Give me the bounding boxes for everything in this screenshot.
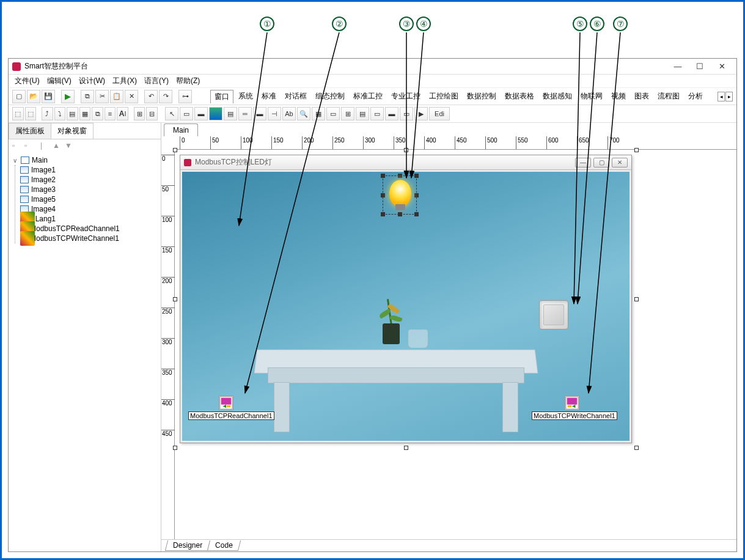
key-button[interactable]: ⊶ — [178, 90, 192, 103]
palette-tab-stdind[interactable]: 标准工控 — [350, 90, 386, 103]
comp-1[interactable]: ▭ — [180, 107, 193, 120]
minimize-button[interactable]: — — [667, 59, 689, 74]
palette-tab-system[interactable]: 系统 — [235, 90, 257, 103]
menu-edit[interactable]: 编辑(V) — [45, 75, 74, 87]
redo-button[interactable]: ↷ — [159, 90, 172, 103]
align-btn-10[interactable]: ⊟ — [146, 107, 158, 120]
comp-6[interactable]: ▬ — [253, 107, 266, 120]
tab-property-panel[interactable]: 属性面板 — [9, 123, 51, 139]
palette-tab-dataaware[interactable]: 数据感知 — [539, 90, 576, 103]
image-switch[interactable] — [539, 300, 568, 330]
comp-12[interactable]: ⊞ — [341, 107, 354, 120]
comp-15[interactable]: ▬ — [385, 107, 398, 120]
comp-11[interactable]: ▭ — [326, 107, 340, 120]
form-minimize[interactable]: — — [575, 158, 591, 168]
paste-button[interactable]: 📋 — [110, 90, 123, 103]
delete-button[interactable]: ✕ — [125, 90, 138, 103]
form-selection[interactable]: ModbusTCP控制LED灯 — ▢ ✕ — [175, 150, 637, 448]
comp-3[interactable] — [209, 107, 222, 120]
palette-tab-datactrl[interactable]: 数据控制 — [463, 90, 500, 103]
comp-13[interactable]: ▤ — [356, 107, 369, 120]
comp-9[interactable]: 🔍 — [297, 107, 310, 120]
tree-item[interactable]: Image4 — [20, 204, 158, 214]
cut-button[interactable]: ✂ — [95, 90, 109, 103]
new-button[interactable]: ▢ — [12, 90, 26, 103]
menu-file[interactable]: 文件(U) — [12, 75, 42, 87]
save-button[interactable]: 💾 — [42, 90, 55, 103]
align-btn-2[interactable]: ⬚ — [25, 107, 37, 120]
image-bulb-selected[interactable] — [383, 175, 417, 215]
comp-16[interactable]: ▭ — [400, 107, 413, 120]
align-btn-4[interactable]: ⤵ — [54, 107, 66, 120]
obj-tb-down[interactable]: ▼ — [65, 141, 75, 151]
comp-4[interactable]: ▤ — [224, 107, 237, 120]
comp-14[interactable]: ▭ — [370, 107, 384, 120]
copy-button[interactable]: ⧉ — [81, 90, 94, 103]
tab-designer[interactable]: Designer — [165, 540, 210, 551]
tree-root[interactable]: ∨ Main — [11, 155, 158, 165]
comp-pointer[interactable]: ↖ — [165, 107, 178, 120]
comp-2[interactable]: ▬ — [194, 107, 208, 120]
palette-tab-iot[interactable]: 物联网 — [577, 90, 606, 103]
palette-scroll-right[interactable]: ▸ — [725, 92, 733, 101]
palette-tab-standard[interactable]: 标准 — [258, 90, 280, 103]
palette-tab-analysis[interactable]: 分析 — [684, 90, 706, 103]
comp-7[interactable]: ⊣ — [268, 107, 281, 120]
tab-code[interactable]: Code — [207, 540, 241, 551]
text-btn[interactable]: AI — [117, 107, 128, 120]
palette-tab-group[interactable]: 组态控制 — [312, 90, 348, 103]
component-modbus-read[interactable] — [219, 396, 233, 410]
align-btn-5[interactable]: ▤ — [67, 107, 78, 120]
align-btn-3[interactable]: ⤴ — [42, 107, 53, 120]
obj-tb-2[interactable]: ▫ — [24, 141, 34, 151]
align-btn-1[interactable]: ⬚ — [12, 107, 24, 120]
form-window[interactable]: ModbusTCP控制LED灯 — ▢ ✕ — [180, 155, 632, 443]
tab-object-inspector[interactable]: 对象视窗 — [51, 123, 94, 139]
comp-10[interactable]: ▦ — [312, 107, 325, 120]
align-btn-8[interactable]: ≡ — [105, 107, 116, 120]
palette-tab-window[interactable]: 窗口 — [210, 90, 233, 103]
form-client-area[interactable]: ModbusTCPReadChannel1 ModbusTCPWriteChan… — [182, 172, 629, 441]
maximize-button[interactable]: ☐ — [689, 59, 711, 74]
comp-17[interactable]: ▶ — [414, 107, 428, 120]
align-btn-6[interactable]: ▦ — [79, 107, 91, 120]
open-button[interactable]: 📂 — [27, 90, 40, 103]
image-table[interactable] — [255, 349, 537, 435]
run-button[interactable]: ▶ — [61, 90, 75, 103]
menu-help[interactable]: 帮助(Z) — [174, 75, 202, 87]
palette-tab-flow[interactable]: 流程图 — [654, 90, 683, 103]
palette-tab-draw[interactable]: 工控绘图 — [425, 90, 462, 103]
menu-design[interactable]: 设计(W) — [76, 75, 108, 87]
obj-tb-up[interactable]: ▲ — [53, 141, 62, 151]
comp-edit[interactable]: Edi — [429, 107, 450, 120]
image-jar[interactable] — [408, 330, 428, 348]
designer-tab-main[interactable]: Main — [164, 123, 198, 136]
comp-5[interactable]: ═ — [238, 107, 252, 120]
palette-tab-datagrid[interactable]: 数据表格 — [501, 90, 538, 103]
palette-scroll-left[interactable]: ◂ — [717, 92, 725, 101]
align-btn-9[interactable]: ⊞ — [134, 107, 145, 120]
tree-item[interactable]: Image3 — [20, 185, 158, 194]
tree-item[interactable]: ›ModbusTCPReadChannel1 — [20, 224, 158, 234]
close-button[interactable]: ✕ — [711, 59, 733, 74]
palette-tab-video[interactable]: 视频 — [607, 90, 629, 103]
tree-item[interactable]: Image5 — [20, 194, 158, 204]
tree-item[interactable]: ›siLang1 — [20, 214, 158, 224]
palette-tab-dialog[interactable]: 对话框 — [281, 90, 310, 103]
form-maximize[interactable]: ▢ — [593, 158, 609, 168]
image-plant[interactable] — [383, 308, 400, 344]
tree-item[interactable]: Image2 — [20, 175, 158, 185]
tree-item[interactable]: Image1 — [20, 165, 158, 175]
tree-item[interactable]: ›ModbusTCPWriteChannel1 — [20, 234, 158, 243]
menu-tools[interactable]: 工具(X) — [110, 75, 139, 87]
obj-tb-1[interactable]: ▫ — [12, 141, 22, 151]
menu-language[interactable]: 语言(Y) — [142, 75, 171, 87]
object-tree[interactable]: ∨ Main Image1 Image2 Image3 Image5 Image… — [9, 153, 161, 551]
form-close[interactable]: ✕ — [612, 158, 628, 168]
align-btn-7[interactable]: ⧉ — [92, 107, 103, 120]
design-surface[interactable]: 0501001502002503003504004505005506006507… — [161, 136, 736, 539]
palette-tab-chart[interactable]: 图表 — [631, 90, 653, 103]
undo-button[interactable]: ↶ — [144, 90, 158, 103]
comp-8[interactable]: Ab — [282, 107, 296, 120]
palette-tab-proind[interactable]: 专业工控 — [387, 90, 424, 103]
